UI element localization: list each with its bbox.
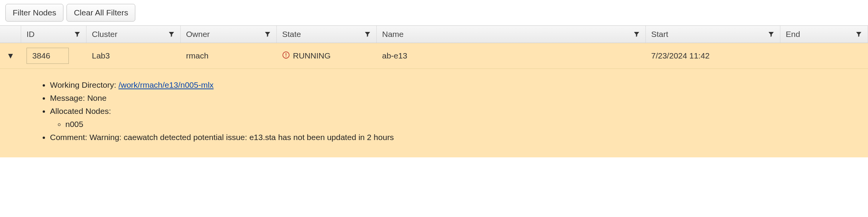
- cell-end: [780, 51, 868, 60]
- detail-label: Comment:: [50, 133, 90, 142]
- row-details-panel: Working Directory: /work/rmach/e13/n005-…: [0, 69, 868, 157]
- filter-icon[interactable]: [364, 31, 371, 38]
- detail-allocated-nodes: Allocated Nodes: n005: [50, 107, 845, 129]
- detail-comment: Comment: Warning: caewatch detected pote…: [50, 133, 845, 142]
- filter-nodes-button[interactable]: Filter Nodes: [5, 4, 63, 22]
- detail-label: Allocated Nodes:: [50, 107, 111, 115]
- detail-message: Message: None: [50, 93, 845, 103]
- cell-start: 7/23/2024 11:42: [646, 47, 780, 65]
- filter-icon[interactable]: [633, 31, 640, 38]
- column-label: Start: [651, 30, 668, 39]
- column-label: ID: [27, 30, 35, 39]
- column-header-owner[interactable]: Owner: [181, 26, 277, 43]
- detail-label: Message:: [50, 93, 87, 102]
- filter-icon[interactable]: [168, 31, 175, 38]
- filter-icon[interactable]: [264, 31, 271, 38]
- svg-rect-1: [286, 53, 286, 56]
- message-value: None: [87, 93, 106, 102]
- column-label: Name: [382, 30, 404, 39]
- column-header-cluster[interactable]: Cluster: [86, 26, 181, 43]
- filter-icon[interactable]: [855, 31, 862, 38]
- comment-value: Warning: caewatch detected potential iss…: [90, 133, 394, 142]
- allocated-node-item: n005: [65, 120, 845, 129]
- column-header-end[interactable]: End: [780, 26, 868, 43]
- table-header-row: ID Cluster Owner State Name Start End: [0, 25, 868, 43]
- warning-icon: [282, 51, 290, 61]
- expand-toggle[interactable]: ▼: [0, 47, 21, 65]
- cell-state: RUNNING: [277, 47, 377, 65]
- working-directory-link[interactable]: /work/rmach/e13/n005-mlx: [118, 80, 213, 89]
- svg-rect-2: [286, 56, 286, 57]
- column-header-name[interactable]: Name: [377, 26, 646, 43]
- state-value: RUNNING: [293, 51, 331, 60]
- filter-icon[interactable]: [768, 31, 775, 38]
- table-row[interactable]: ▼ 3846 Lab3 rmach RUNNING ab-e13 7/23/20…: [0, 43, 868, 69]
- column-header-id[interactable]: ID: [21, 26, 86, 43]
- column-label: Cluster: [92, 30, 118, 39]
- column-label: Owner: [186, 30, 210, 39]
- toolbar: Filter Nodes Clear All Filters: [0, 0, 868, 25]
- column-label: State: [282, 30, 301, 39]
- column-header-start[interactable]: Start: [646, 26, 780, 43]
- id-value[interactable]: 3846: [27, 48, 69, 64]
- column-header-expand: [0, 26, 21, 43]
- cell-cluster: Lab3: [86, 47, 181, 65]
- cell-name: ab-e13: [377, 47, 646, 65]
- detail-working-directory: Working Directory: /work/rmach/e13/n005-…: [50, 80, 845, 90]
- column-header-state[interactable]: State: [277, 26, 377, 43]
- cell-id: 3846: [21, 43, 86, 68]
- cell-owner: rmach: [181, 47, 277, 65]
- chevron-down-icon: ▼: [7, 51, 15, 60]
- clear-all-filters-button[interactable]: Clear All Filters: [67, 4, 135, 22]
- column-label: End: [786, 30, 800, 39]
- detail-label: Working Directory:: [50, 80, 118, 89]
- filter-icon[interactable]: [74, 31, 81, 38]
